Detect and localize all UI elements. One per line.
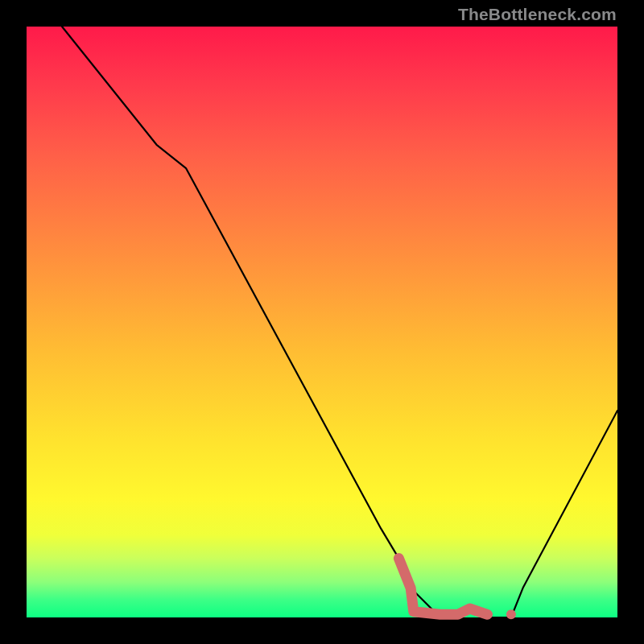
watermark-text: TheBottleneck.com <box>458 5 617 24</box>
chart-frame: TheBottleneck.com <box>0 0 644 644</box>
bottleneck-curve <box>27 0 617 617</box>
highlight-segment <box>398 559 487 615</box>
highlight-dot <box>506 609 516 619</box>
chart-svg <box>27 27 617 617</box>
